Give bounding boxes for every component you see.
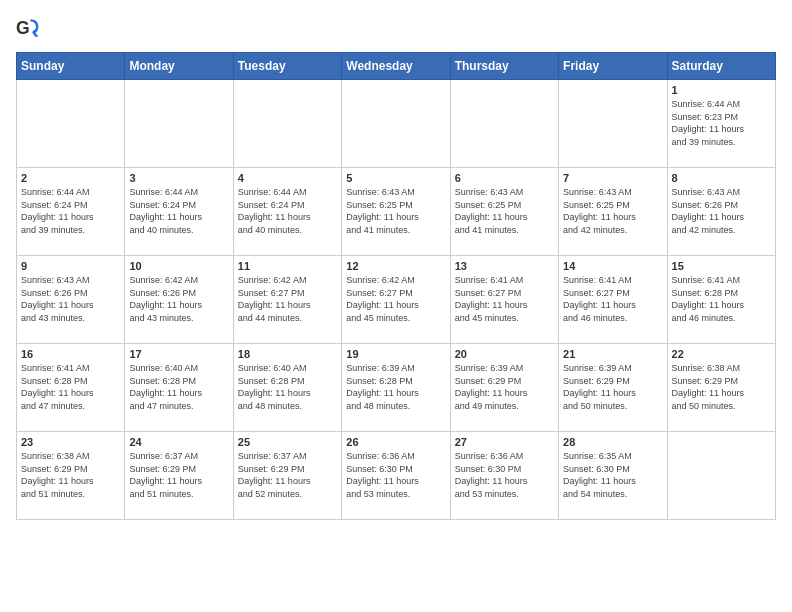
- day-number: 16: [21, 348, 120, 360]
- day-info: Sunrise: 6:44 AM Sunset: 6:24 PM Dayligh…: [238, 186, 337, 236]
- day-number: 25: [238, 436, 337, 448]
- day-info: Sunrise: 6:44 AM Sunset: 6:24 PM Dayligh…: [21, 186, 120, 236]
- day-number: 7: [563, 172, 662, 184]
- day-info: Sunrise: 6:44 AM Sunset: 6:23 PM Dayligh…: [672, 98, 771, 148]
- day-info: Sunrise: 6:43 AM Sunset: 6:25 PM Dayligh…: [455, 186, 554, 236]
- day-number: 27: [455, 436, 554, 448]
- day-info: Sunrise: 6:35 AM Sunset: 6:30 PM Dayligh…: [563, 450, 662, 500]
- day-info: Sunrise: 6:37 AM Sunset: 6:29 PM Dayligh…: [238, 450, 337, 500]
- day-info: Sunrise: 6:44 AM Sunset: 6:24 PM Dayligh…: [129, 186, 228, 236]
- day-info: Sunrise: 6:41 AM Sunset: 6:28 PM Dayligh…: [672, 274, 771, 324]
- day-info: Sunrise: 6:43 AM Sunset: 6:26 PM Dayligh…: [672, 186, 771, 236]
- calendar-cell: 7Sunrise: 6:43 AM Sunset: 6:25 PM Daylig…: [559, 168, 667, 256]
- calendar-cell: 27Sunrise: 6:36 AM Sunset: 6:30 PM Dayli…: [450, 432, 558, 520]
- day-info: Sunrise: 6:38 AM Sunset: 6:29 PM Dayligh…: [672, 362, 771, 412]
- day-info: Sunrise: 6:43 AM Sunset: 6:25 PM Dayligh…: [346, 186, 445, 236]
- day-info: Sunrise: 6:41 AM Sunset: 6:27 PM Dayligh…: [455, 274, 554, 324]
- calendar-cell: 3Sunrise: 6:44 AM Sunset: 6:24 PM Daylig…: [125, 168, 233, 256]
- day-number: 18: [238, 348, 337, 360]
- day-number: 26: [346, 436, 445, 448]
- calendar-header-friday: Friday: [559, 53, 667, 80]
- calendar-cell: 2Sunrise: 6:44 AM Sunset: 6:24 PM Daylig…: [17, 168, 125, 256]
- calendar-cell: 13Sunrise: 6:41 AM Sunset: 6:27 PM Dayli…: [450, 256, 558, 344]
- calendar-header-wednesday: Wednesday: [342, 53, 450, 80]
- calendar-cell: 25Sunrise: 6:37 AM Sunset: 6:29 PM Dayli…: [233, 432, 341, 520]
- calendar-cell: 6Sunrise: 6:43 AM Sunset: 6:25 PM Daylig…: [450, 168, 558, 256]
- calendar-cell: 4Sunrise: 6:44 AM Sunset: 6:24 PM Daylig…: [233, 168, 341, 256]
- day-info: Sunrise: 6:40 AM Sunset: 6:28 PM Dayligh…: [129, 362, 228, 412]
- calendar-cell: [125, 80, 233, 168]
- day-info: Sunrise: 6:41 AM Sunset: 6:27 PM Dayligh…: [563, 274, 662, 324]
- day-number: 1: [672, 84, 771, 96]
- day-info: Sunrise: 6:42 AM Sunset: 6:27 PM Dayligh…: [238, 274, 337, 324]
- day-number: 24: [129, 436, 228, 448]
- calendar-header-sunday: Sunday: [17, 53, 125, 80]
- day-number: 23: [21, 436, 120, 448]
- week-row-1: 1Sunrise: 6:44 AM Sunset: 6:23 PM Daylig…: [17, 80, 776, 168]
- day-number: 2: [21, 172, 120, 184]
- calendar-cell: 14Sunrise: 6:41 AM Sunset: 6:27 PM Dayli…: [559, 256, 667, 344]
- day-number: 13: [455, 260, 554, 272]
- calendar-cell: 24Sunrise: 6:37 AM Sunset: 6:29 PM Dayli…: [125, 432, 233, 520]
- day-info: Sunrise: 6:42 AM Sunset: 6:26 PM Dayligh…: [129, 274, 228, 324]
- calendar-header-saturday: Saturday: [667, 53, 775, 80]
- day-info: Sunrise: 6:39 AM Sunset: 6:29 PM Dayligh…: [455, 362, 554, 412]
- calendar-cell: [17, 80, 125, 168]
- calendar-cell: [667, 432, 775, 520]
- day-number: 11: [238, 260, 337, 272]
- day-number: 5: [346, 172, 445, 184]
- calendar-cell: 8Sunrise: 6:43 AM Sunset: 6:26 PM Daylig…: [667, 168, 775, 256]
- day-info: Sunrise: 6:41 AM Sunset: 6:28 PM Dayligh…: [21, 362, 120, 412]
- day-number: 3: [129, 172, 228, 184]
- day-info: Sunrise: 6:36 AM Sunset: 6:30 PM Dayligh…: [455, 450, 554, 500]
- calendar-cell: 12Sunrise: 6:42 AM Sunset: 6:27 PM Dayli…: [342, 256, 450, 344]
- day-info: Sunrise: 6:38 AM Sunset: 6:29 PM Dayligh…: [21, 450, 120, 500]
- calendar-cell: 23Sunrise: 6:38 AM Sunset: 6:29 PM Dayli…: [17, 432, 125, 520]
- week-row-4: 16Sunrise: 6:41 AM Sunset: 6:28 PM Dayli…: [17, 344, 776, 432]
- calendar-cell: 11Sunrise: 6:42 AM Sunset: 6:27 PM Dayli…: [233, 256, 341, 344]
- calendar-header-monday: Monday: [125, 53, 233, 80]
- day-info: Sunrise: 6:40 AM Sunset: 6:28 PM Dayligh…: [238, 362, 337, 412]
- day-info: Sunrise: 6:42 AM Sunset: 6:27 PM Dayligh…: [346, 274, 445, 324]
- day-info: Sunrise: 6:37 AM Sunset: 6:29 PM Dayligh…: [129, 450, 228, 500]
- calendar-table: SundayMondayTuesdayWednesdayThursdayFrid…: [16, 52, 776, 520]
- day-number: 15: [672, 260, 771, 272]
- day-number: 12: [346, 260, 445, 272]
- day-number: 21: [563, 348, 662, 360]
- calendar-cell: 19Sunrise: 6:39 AM Sunset: 6:28 PM Dayli…: [342, 344, 450, 432]
- calendar-header-tuesday: Tuesday: [233, 53, 341, 80]
- day-info: Sunrise: 6:36 AM Sunset: 6:30 PM Dayligh…: [346, 450, 445, 500]
- day-number: 14: [563, 260, 662, 272]
- header: G: [16, 16, 776, 40]
- day-number: 4: [238, 172, 337, 184]
- week-row-3: 9Sunrise: 6:43 AM Sunset: 6:26 PM Daylig…: [17, 256, 776, 344]
- day-number: 6: [455, 172, 554, 184]
- calendar-cell: 10Sunrise: 6:42 AM Sunset: 6:26 PM Dayli…: [125, 256, 233, 344]
- calendar-cell: 17Sunrise: 6:40 AM Sunset: 6:28 PM Dayli…: [125, 344, 233, 432]
- calendar-cell: 26Sunrise: 6:36 AM Sunset: 6:30 PM Dayli…: [342, 432, 450, 520]
- svg-text:G: G: [16, 18, 30, 38]
- calendar-cell: 28Sunrise: 6:35 AM Sunset: 6:30 PM Dayli…: [559, 432, 667, 520]
- calendar-cell: 16Sunrise: 6:41 AM Sunset: 6:28 PM Dayli…: [17, 344, 125, 432]
- calendar-cell: 22Sunrise: 6:38 AM Sunset: 6:29 PM Dayli…: [667, 344, 775, 432]
- day-number: 9: [21, 260, 120, 272]
- day-number: 8: [672, 172, 771, 184]
- calendar-cell: 5Sunrise: 6:43 AM Sunset: 6:25 PM Daylig…: [342, 168, 450, 256]
- calendar-cell: 15Sunrise: 6:41 AM Sunset: 6:28 PM Dayli…: [667, 256, 775, 344]
- day-info: Sunrise: 6:43 AM Sunset: 6:25 PM Dayligh…: [563, 186, 662, 236]
- calendar-header-row: SundayMondayTuesdayWednesdayThursdayFrid…: [17, 53, 776, 80]
- day-number: 22: [672, 348, 771, 360]
- week-row-5: 23Sunrise: 6:38 AM Sunset: 6:29 PM Dayli…: [17, 432, 776, 520]
- calendar-cell: [450, 80, 558, 168]
- calendar-cell: 20Sunrise: 6:39 AM Sunset: 6:29 PM Dayli…: [450, 344, 558, 432]
- calendar-cell: 18Sunrise: 6:40 AM Sunset: 6:28 PM Dayli…: [233, 344, 341, 432]
- calendar-cell: 21Sunrise: 6:39 AM Sunset: 6:29 PM Dayli…: [559, 344, 667, 432]
- day-info: Sunrise: 6:43 AM Sunset: 6:26 PM Dayligh…: [21, 274, 120, 324]
- day-number: 19: [346, 348, 445, 360]
- day-info: Sunrise: 6:39 AM Sunset: 6:28 PM Dayligh…: [346, 362, 445, 412]
- calendar-header-thursday: Thursday: [450, 53, 558, 80]
- day-number: 10: [129, 260, 228, 272]
- week-row-2: 2Sunrise: 6:44 AM Sunset: 6:24 PM Daylig…: [17, 168, 776, 256]
- calendar-cell: [342, 80, 450, 168]
- day-number: 20: [455, 348, 554, 360]
